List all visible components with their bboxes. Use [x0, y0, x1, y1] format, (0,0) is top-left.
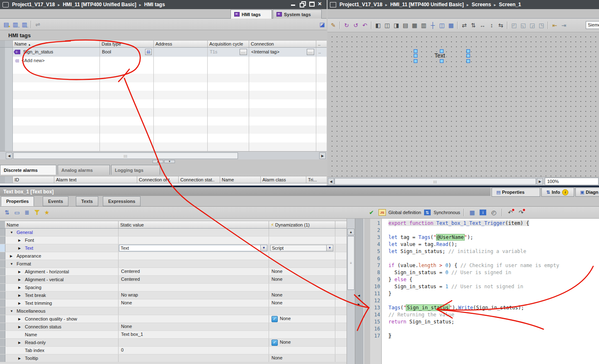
- category-view-icon[interactable]: ▭: [13, 209, 21, 216]
- textbox-element[interactable]: Text: [434, 52, 445, 59]
- code-line[interactable]: 14// Returning the value: [370, 312, 598, 319]
- property-row[interactable]: ▶Alignment - horizontalCenteredNone: [0, 268, 347, 276]
- property-row[interactable]: ▶Alignment - verticalCenteredNone: [0, 276, 347, 284]
- code-line[interactable]: 4let value = tag.Read();: [370, 241, 598, 248]
- collapse-left-icon[interactable]: ◀: [358, 294, 360, 297]
- rotate-right-icon[interactable]: ↻: [342, 22, 351, 29]
- expand-icon[interactable]: ▶: [18, 357, 21, 360]
- tag-row-sign-in-status[interactable]: 0 Sign_in_status Bool ▤ T1s ... <Interna…: [0, 48, 327, 57]
- property-label[interactable]: Tab index: [25, 348, 44, 353]
- property-label[interactable]: Name: [25, 332, 37, 337]
- property-row[interactable]: ▶Font: [0, 236, 347, 244]
- detail-view-icon[interactable]: ◪: [318, 21, 326, 28]
- static-value-editor[interactable]: Text▼: [119, 245, 267, 251]
- scroll-up-icon[interactable]: ▲: [347, 229, 354, 235]
- dynamization-value[interactable]: None: [280, 316, 291, 321]
- dynamization-value[interactable]: None: [272, 292, 282, 297]
- filter-icon[interactable]: [33, 209, 41, 216]
- paint-format-icon[interactable]: ✎: [329, 22, 337, 29]
- send-backward-icon[interactable]: ◳: [537, 22, 546, 29]
- tab-info-pane[interactable]: ⇅ Info i: [541, 188, 574, 197]
- code-line[interactable]: 16: [370, 326, 598, 333]
- property-row[interactable]: NameText box_1: [0, 331, 347, 339]
- property-row[interactable]: ▼Format: [0, 260, 347, 268]
- grid-col-dynamization[interactable]: ⚡ Dynamization (1): [269, 221, 335, 228]
- timer-icon[interactable]: ◴: [490, 209, 498, 216]
- same-size-icon[interactable]: ⇆: [497, 22, 505, 29]
- font-family-dropdown[interactable]: Siemer: [586, 21, 599, 29]
- code-line[interactable]: 12: [370, 298, 598, 305]
- column-header-name[interactable]: Name ▲: [12, 41, 99, 47]
- tab-discrete-alarms[interactable]: Discrete alarms: [0, 165, 56, 175]
- alarm-col-text[interactable]: Alarm text: [54, 176, 137, 183]
- code-line[interactable]: 13Tags("Sign_in_status").Write(Sign_in_s…: [370, 305, 598, 312]
- code-line[interactable]: 6: [370, 256, 598, 263]
- alarm-col-connection-of[interactable]: Connection of t.: [137, 176, 178, 183]
- property-row[interactable]: ▶Appearance: [0, 252, 347, 260]
- close-button[interactable]: ×: [318, 1, 323, 6]
- property-label[interactable]: Miscellaneous: [17, 309, 46, 313]
- bring-to-front-icon[interactable]: ◰: [510, 22, 518, 29]
- list-view-icon[interactable]: ≣: [23, 209, 31, 216]
- align-center-icon[interactable]: ◫: [383, 22, 391, 29]
- alarm-col-id[interactable]: ID: [12, 176, 54, 183]
- sync-mode-icon[interactable]: ⇅: [423, 209, 432, 216]
- hmi-tags-titlebar[interactable]: Project1_V17_V18▸HMI_11 [MTP400 Unified …: [0, 0, 326, 9]
- property-row[interactable]: ▶Connection statusNone: [0, 323, 347, 331]
- property-label[interactable]: Text trimming: [25, 301, 52, 306]
- expand-icon[interactable]: ▶: [18, 317, 21, 321]
- collapse-icon[interactable]: ▼: [10, 231, 13, 234]
- validate-script-icon[interactable]: ✔: [367, 209, 376, 216]
- flip-icon[interactable]: ↶: [361, 22, 369, 29]
- export-tags-icon[interactable]: ▥→: [11, 21, 19, 28]
- code-line[interactable]: 2: [370, 227, 598, 234]
- property-label[interactable]: Connection quality - show: [25, 316, 77, 321]
- tab-properties[interactable]: Properties: [1, 196, 34, 206]
- property-label[interactable]: Text: [25, 246, 33, 251]
- align-bottom-icon[interactable]: ▥: [420, 22, 428, 29]
- dynamization-value[interactable]: None: [280, 340, 291, 345]
- import-tags-icon[interactable]: ▥←: [20, 21, 29, 28]
- goto-definition-icon[interactable]: ↶: [506, 209, 514, 216]
- synchronous-label[interactable]: Synchronous: [434, 210, 460, 215]
- interface-info-icon[interactable]: i: [479, 209, 487, 216]
- column-header-more[interactable]: ..: [316, 41, 327, 47]
- scroll-right-icon[interactable]: ▶: [319, 152, 326, 159]
- tag-table-header[interactable]: Name ▲ Data type Address Acquisition cyc…: [0, 40, 327, 48]
- dropdown-icon[interactable]: ▼: [260, 245, 267, 251]
- scroll-left-icon[interactable]: ◀: [328, 178, 334, 185]
- selection-handle[interactable]: [440, 49, 444, 53]
- grid-script-splitter[interactable]: ◀ ▶: [355, 219, 364, 364]
- tag-connection[interactable]: <Internal tag>: [251, 49, 279, 54]
- code-line[interactable]: 8 Sign_in_status = 0 // User is signed i…: [370, 270, 598, 277]
- alarm-col-connection-status[interactable]: Connection stat..: [178, 176, 220, 183]
- expand-icon[interactable]: ▶: [18, 270, 21, 274]
- vscroll-thumb[interactable]: ≡: [347, 236, 354, 290]
- code-line[interactable]: 11}: [370, 291, 598, 298]
- expand-icon[interactable]: ▶: [18, 325, 21, 329]
- expand-icon[interactable]: ▶: [18, 239, 21, 242]
- zoom-level-dropdown[interactable]: 100%: [545, 178, 599, 185]
- align-top-icon[interactable]: ▤: [401, 22, 410, 29]
- hscroll-thumb[interactable]: |||: [13, 152, 238, 159]
- distribute-vertical-icon[interactable]: ⇅: [469, 22, 478, 29]
- dynamization-value[interactable]: None: [272, 300, 282, 305]
- js-badge-icon[interactable]: JS: [378, 209, 386, 216]
- expand-icon[interactable]: ▶: [18, 286, 21, 289]
- pane-splitter[interactable]: ▲ ▼: [0, 159, 327, 164]
- maximize-button[interactable]: [309, 1, 314, 6]
- snippets-icon[interactable]: ▦: [468, 209, 476, 216]
- property-label[interactable]: Appearance: [17, 253, 41, 258]
- expand-icon[interactable]: ▶: [18, 246, 21, 250]
- property-label[interactable]: Connection status: [25, 324, 61, 329]
- datatype-picker-button[interactable]: ▤: [145, 49, 152, 55]
- alarm-col-trigger[interactable]: Tri...: [306, 176, 327, 183]
- property-label[interactable]: Text break: [25, 293, 46, 298]
- collapse-icon[interactable]: ▼: [10, 309, 13, 313]
- property-row[interactable]: Tab index0: [0, 347, 347, 354]
- property-row[interactable]: ▶Text trimmingNoneNone: [0, 299, 347, 307]
- static-value[interactable]: Centered: [121, 277, 140, 282]
- property-row[interactable]: ▶Text breakNo wrapNone: [0, 292, 347, 299]
- property-row[interactable]: ▶TooltipNone: [0, 354, 347, 362]
- selection-handle[interactable]: [414, 59, 417, 63]
